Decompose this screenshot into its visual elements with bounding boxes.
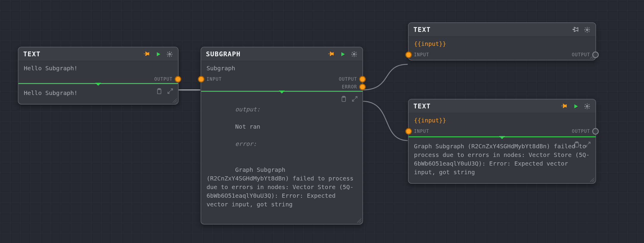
port-dot[interactable]	[405, 52, 412, 58]
output-label: output:	[235, 106, 260, 113]
expand-icon[interactable]	[167, 88, 174, 95]
node-title: TEXT	[23, 50, 40, 58]
output-port[interactable]: OUTPUT	[18, 75, 178, 83]
error-value: Graph Subgraph (R2CnZxY4SGHdMybYt8dBn) f…	[207, 166, 357, 208]
output-value: Not ran	[235, 123, 260, 130]
error-port[interactable]: ERROR	[201, 83, 362, 91]
svg-point-6	[586, 29, 588, 31]
port-dot-open[interactable]	[592, 128, 599, 135]
node-body-text: Subgraph	[201, 61, 362, 75]
node-header[interactable]: SUBGRAPH	[201, 47, 362, 61]
node-output-panel: Graph Subgraph (R2CnZxY4SGHdMybYt8dBn) f…	[409, 137, 595, 183]
port-dot[interactable]	[359, 84, 366, 90]
svg-point-0	[169, 53, 171, 55]
port-label-error: ERROR	[342, 84, 357, 90]
node-title: TEXT	[413, 102, 431, 110]
play-icon[interactable]	[572, 103, 579, 110]
gear-icon[interactable]	[166, 51, 173, 58]
node-header[interactable]: TEXT	[18, 47, 178, 61]
clipboard-icon[interactable]	[340, 95, 347, 102]
gear-icon[interactable]	[351, 51, 358, 58]
input-port[interactable]: INPUT	[409, 51, 434, 59]
svg-point-3	[353, 53, 355, 55]
port-dot[interactable]	[359, 76, 366, 82]
output-port[interactable]: OUTPUT	[567, 127, 595, 135]
clipboard-icon[interactable]	[573, 141, 580, 148]
expand-icon[interactable]	[351, 95, 358, 102]
gear-icon[interactable]	[584, 103, 591, 110]
node-result-block: output: Not ran error: Graph Subgraph (R…	[207, 96, 357, 217]
node-header[interactable]: TEXT	[409, 99, 595, 113]
node-result-text: Graph Subgraph (R2CnZxY4SGHdMybYt8dBn) f…	[414, 142, 590, 177]
error-label: error:	[235, 140, 257, 147]
node-text-3[interactable]: TEXT {{input}} INPUT OUTPUT	[408, 99, 596, 184]
pin-icon[interactable]	[572, 26, 579, 33]
port-label-input: INPUT	[414, 52, 429, 57]
node-title: SUBGRAPH	[206, 50, 241, 58]
node-subgraph[interactable]: SUBGRAPH Subgraph INPUT OUTPUT	[201, 47, 363, 225]
node-title: TEXT	[413, 26, 431, 33]
node-text-2[interactable]: TEXT {{input}} INPUT OUTPUT	[408, 22, 596, 60]
play-icon[interactable]	[339, 51, 346, 58]
port-label-output: OUTPUT	[339, 77, 357, 82]
svg-point-7	[586, 105, 588, 107]
input-port[interactable]: INPUT	[409, 127, 434, 135]
play-icon[interactable]	[155, 51, 162, 58]
clipboard-icon[interactable]	[155, 88, 162, 95]
output-port[interactable]: OUTPUT	[201, 75, 362, 83]
node-output-panel: Hello Subgraph!	[18, 84, 178, 104]
port-label-output: OUTPUT	[572, 129, 590, 134]
port-label-output: OUTPUT	[572, 52, 590, 57]
port-label-input: INPUT	[414, 129, 429, 134]
resize-handle[interactable]	[590, 54, 595, 59]
node-body-text: Hello Subgraph!	[18, 61, 178, 75]
resize-handle[interactable]	[590, 177, 595, 183]
resize-handle[interactable]	[172, 98, 177, 103]
expand-icon[interactable]	[584, 141, 591, 148]
node-body-text: {{input}}	[409, 37, 595, 51]
node-body-text: {{input}}	[409, 113, 595, 127]
port-label-output: OUTPUT	[154, 77, 173, 82]
pin-icon[interactable]	[561, 103, 568, 110]
node-output-panel: output: Not ran error: Graph Subgraph (R…	[201, 92, 362, 224]
node-text-1[interactable]: TEXT Hello Subgraph! OUTPUT	[18, 47, 179, 105]
node-result-text: Hello Subgraph!	[24, 89, 173, 97]
node-header[interactable]: TEXT	[409, 23, 595, 37]
canvas[interactable]: TEXT Hello Subgraph! OUTPUT	[0, 0, 644, 243]
gear-icon[interactable]	[584, 26, 591, 33]
resize-handle[interactable]	[357, 218, 362, 223]
port-dot[interactable]	[175, 76, 181, 82]
pin-icon[interactable]	[328, 51, 335, 58]
pin-icon[interactable]	[143, 51, 151, 58]
port-dot[interactable]	[405, 128, 412, 135]
